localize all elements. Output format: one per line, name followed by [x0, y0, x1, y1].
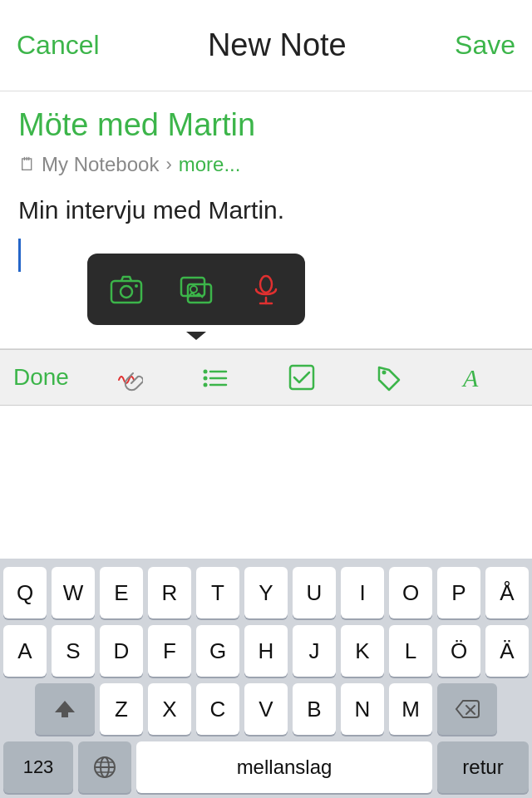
shift-key[interactable] — [35, 683, 95, 735]
svg-point-11 — [204, 383, 208, 387]
keyboard-row-bottom: 123 mellanslag retur — [3, 741, 529, 793]
keyboard-row-3: Z X C V B N M — [3, 683, 529, 735]
key-l[interactable]: L — [389, 625, 432, 677]
key-t[interactable]: T — [196, 567, 239, 618]
gallery-icon[interactable] — [174, 267, 219, 312]
key-u[interactable]: U — [293, 567, 336, 618]
svg-text:A: A — [461, 364, 479, 392]
key-h[interactable]: H — [244, 625, 288, 677]
keyboard-row-1: Q W E R T Y U I O P Å — [3, 567, 529, 618]
font-icon[interactable]: A — [455, 357, 496, 398]
tag-icon[interactable] — [368, 357, 410, 398]
notebook-icon: 🗒 — [18, 154, 37, 175]
attachment-icon[interactable] — [108, 357, 150, 398]
key-x[interactable]: X — [148, 683, 191, 735]
svg-point-6 — [260, 276, 272, 293]
svg-point-9 — [204, 370, 208, 374]
note-area[interactable]: Möte med Martin 🗒 My Notebook › more... … — [0, 91, 532, 349]
text-cursor — [18, 239, 21, 272]
svg-point-10 — [204, 377, 208, 381]
key-w[interactable]: W — [52, 567, 95, 618]
key-o[interactable]: O — [389, 567, 432, 618]
checkbox-icon[interactable] — [281, 357, 323, 398]
key-y[interactable]: Y — [244, 567, 288, 618]
list-icon[interactable] — [195, 357, 236, 398]
key-a[interactable]: A — [3, 625, 47, 677]
key-s[interactable]: S — [52, 625, 95, 677]
space-key[interactable]: mellanslag — [136, 741, 432, 793]
key-oe[interactable]: Ö — [437, 625, 480, 677]
key-i[interactable]: I — [341, 567, 384, 618]
done-button[interactable]: Done — [13, 364, 86, 391]
key-f[interactable]: F — [148, 625, 191, 677]
key-j[interactable]: J — [293, 625, 336, 677]
globe-key[interactable] — [78, 741, 131, 793]
header: Cancel New Note Save — [0, 0, 532, 91]
svg-point-1 — [121, 286, 132, 298]
camera-icon[interactable] — [104, 267, 149, 312]
key-ae[interactable]: Ä — [485, 625, 529, 677]
key-b[interactable]: B — [293, 683, 336, 735]
key-k[interactable]: K — [341, 625, 384, 677]
key-v[interactable]: V — [244, 683, 288, 735]
key-d[interactable]: D — [100, 625, 143, 677]
key-q[interactable]: Q — [3, 567, 47, 618]
audio-icon[interactable] — [244, 267, 288, 312]
keyboard: Q W E R T Y U I O P Å A S D F G H J K L … — [0, 559, 532, 798]
notebook-name: My Notebook — [42, 153, 159, 176]
key-r[interactable]: R — [148, 567, 191, 618]
media-popup-toolbar — [87, 254, 305, 325]
delete-key[interactable] — [437, 683, 497, 735]
svg-point-2 — [135, 284, 138, 288]
key-c[interactable]: C — [196, 683, 239, 735]
key-g[interactable]: G — [196, 625, 239, 677]
key-n[interactable]: N — [341, 683, 384, 735]
page-title: New Note — [208, 27, 347, 63]
key-aa[interactable]: Å — [485, 567, 529, 618]
numbers-key[interactable]: 123 — [3, 741, 73, 793]
return-key[interactable]: retur — [437, 741, 529, 793]
notebook-row[interactable]: 🗒 My Notebook › more... — [18, 153, 514, 176]
key-p[interactable]: P — [437, 567, 480, 618]
svg-point-16 — [382, 371, 386, 375]
keyboard-row-2: A S D F G H J K L Ö Ä — [3, 625, 529, 677]
key-m[interactable]: M — [389, 683, 432, 735]
cancel-button[interactable]: Cancel — [17, 30, 100, 61]
chevron-right-icon: › — [165, 154, 171, 175]
note-title: Möte med Martin — [18, 106, 514, 145]
note-body[interactable]: Min intervju med Martin. — [18, 191, 514, 229]
formatting-toolbar: Done — [0, 349, 532, 406]
svg-point-5 — [190, 286, 197, 293]
notebook-more-link[interactable]: more... — [179, 153, 241, 176]
save-button[interactable]: Save — [455, 30, 515, 61]
key-z[interactable]: Z — [100, 683, 143, 735]
svg-rect-0 — [111, 281, 141, 303]
toolbar-icons: A — [86, 357, 519, 398]
key-e[interactable]: E — [100, 567, 143, 618]
